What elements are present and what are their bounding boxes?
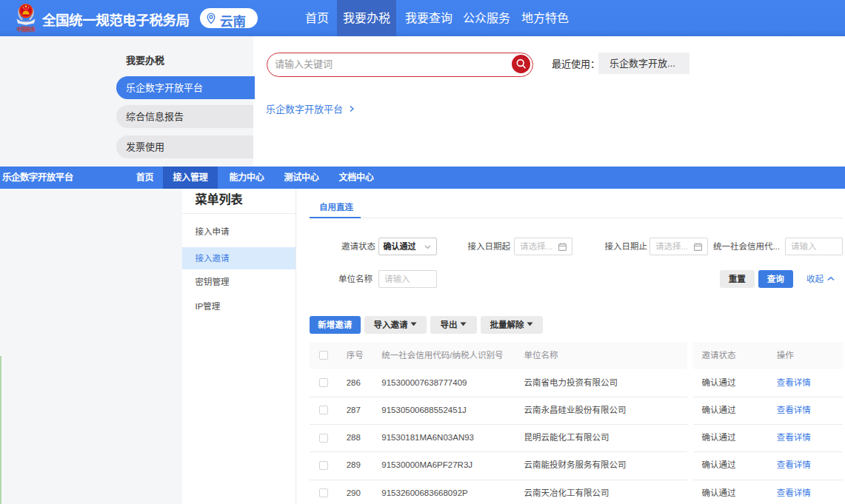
svg-text:中国税务: 中国税务 <box>16 26 36 33</box>
